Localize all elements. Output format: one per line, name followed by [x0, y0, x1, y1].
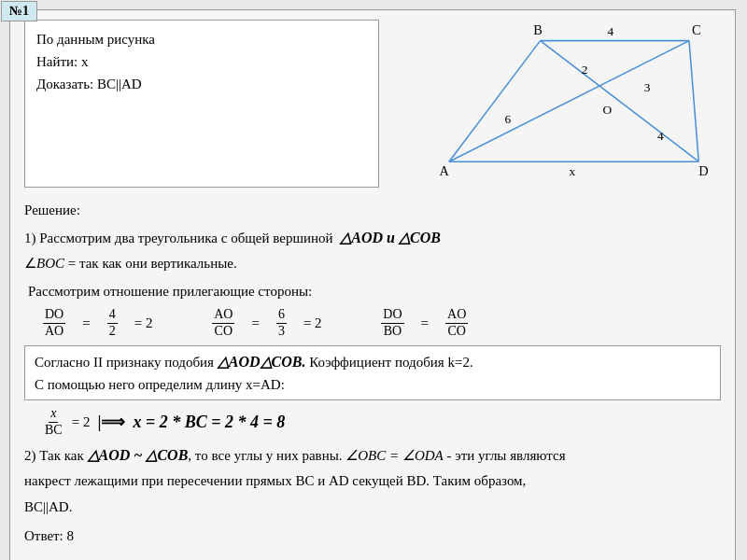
svg-line-4 [541, 41, 699, 162]
answer-value: 8 [67, 528, 75, 543]
x-result: x = 2 * BC = 2 * 4 = 8 [133, 408, 285, 437]
solution-area: Решение: 1) Рассмотрим два треугольника … [24, 195, 721, 553]
top-section: По данным рисунка Найти: x Доказать: BC|… [24, 20, 721, 188]
step2-desc2: накрест лежащими при пересечении прямых … [24, 473, 526, 488]
label-D: D [698, 163, 708, 178]
svg-line-2 [689, 41, 698, 162]
sim-triangles: △AOD△COB. [218, 354, 306, 370]
frac-6-3: 6 3 [276, 307, 287, 340]
problem-number: №1 [1, 1, 37, 21]
step2-text: , то все углы у них равны. [188, 448, 342, 463]
angle-symbol: ∠ [24, 256, 36, 271]
fractions-row: DO AO = 4 2 = 2 AO CO = 6 3 = 2 [43, 307, 721, 340]
answer-label: Ответ: [24, 528, 63, 543]
sim-post: Коэффициент подобия k=2. [309, 355, 472, 370]
implies-arrow: |⟹ [97, 408, 125, 437]
step2-triangles: △AOD ~ △COB [88, 447, 189, 463]
step2-parallel: BC||AD. [24, 496, 721, 520]
frac-do-bo: DO BO [381, 307, 403, 340]
label-C: C [692, 22, 701, 37]
num-AO: 6 [505, 112, 512, 126]
angle-text: = так как они вертикальные. [68, 256, 237, 271]
label-B: B [533, 22, 543, 37]
angle-line: ∠BOC = так как они вертикальные. [24, 252, 721, 276]
angle-desc: - эти углы являются [446, 448, 565, 463]
num-OC: 3 [644, 80, 651, 94]
angle-eq: ∠OBC = ∠ODA [345, 448, 443, 463]
diagram-area: B C A D O 4 2 3 6 4 x [388, 20, 721, 188]
sim-pre: Согласно II признаку подобия [35, 355, 218, 370]
step1-text: 1) Рассмотрим два треугольника с общей в… [24, 231, 333, 245]
frac-4-2: 4 2 [107, 307, 118, 340]
eq1: = [82, 312, 90, 336]
frac-do-ao: DO AO [43, 307, 65, 340]
step2-line: 2) Так как △AOD ~ △COB, то все углы у ни… [24, 442, 721, 469]
num-BO: 2 [582, 63, 588, 77]
answer-line: Ответ: 8 [24, 525, 721, 549]
frac-x-bc: x BC [43, 406, 64, 439]
label-O: O [602, 103, 612, 117]
angle-boc: BOC [36, 256, 64, 271]
triangles1: △AOD и △COB [336, 230, 441, 245]
spacer1 [180, 312, 184, 336]
x-equation-row: x BC = 2 |⟹ x = 2 * BC = 2 * 4 = 8 [43, 406, 721, 439]
eq2: = 2 [134, 312, 153, 336]
frac-ao-co: AO CO [212, 307, 234, 340]
geometry-diagram: B C A D O 4 2 3 6 4 x [388, 20, 721, 188]
step1-line: 1) Рассмотрим два треугольника с общей в… [24, 225, 721, 251]
step2-line2: накрест лежащими при пересечении прямых … [24, 469, 721, 494]
num-OD: 4 [657, 129, 664, 143]
eq3: = [251, 312, 259, 336]
num-BC: 4 [608, 24, 614, 38]
label-A: A [440, 163, 450, 178]
problem-line3: Доказать: BC||AD [36, 73, 367, 95]
svg-line-5 [449, 41, 689, 162]
parallel-text: BC||AD. [24, 499, 72, 514]
eq-x: = 2 [72, 411, 91, 435]
sim-line2: С помощью него определим длину x=AD: [35, 377, 285, 392]
eq4: = 2 [303, 312, 322, 336]
spacer2 [350, 312, 354, 336]
frac-ao-co2: AO CO [445, 307, 468, 340]
relation-label: Рассмотрим отношение прилегающие стороны… [28, 284, 312, 299]
num-AD: x [569, 164, 575, 178]
eq5: = [421, 312, 429, 336]
main-container: №1 По данным рисунка Найти: x Доказать: … [9, 9, 736, 560]
problem-box: По данным рисунка Найти: x Доказать: BC|… [24, 20, 379, 188]
problem-line1: По данным рисунка [36, 28, 367, 50]
solution-title: Решение: [24, 199, 721, 223]
svg-line-0 [449, 41, 541, 162]
step2-relation-text: Рассмотрим отношение прилегающие стороны… [28, 280, 721, 304]
similarity-box: Согласно II признаку подобия △AOD△COB. К… [24, 345, 721, 401]
step2-pre: 2) Так как [24, 448, 88, 463]
problem-line2: Найти: x [36, 50, 367, 73]
